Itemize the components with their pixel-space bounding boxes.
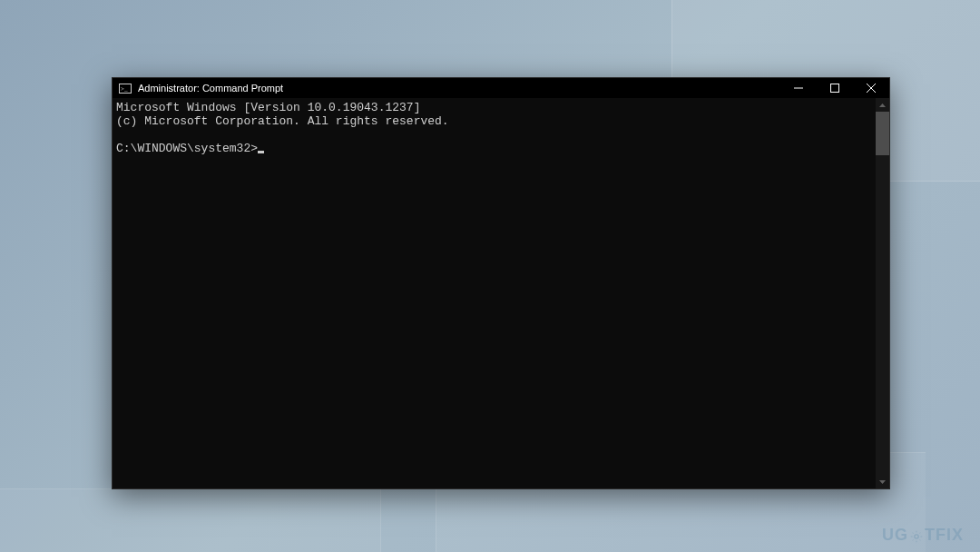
vertical-scrollbar[interactable] bbox=[876, 98, 889, 488]
titlebar[interactable]: >_ Administrator: Command Prompt bbox=[113, 78, 889, 98]
watermark-text-1: UG bbox=[882, 526, 908, 545]
output-line: (c) Microsoft Corporation. All rights re… bbox=[116, 114, 449, 128]
svg-text:>_: >_ bbox=[121, 85, 128, 93]
svg-marker-6 bbox=[879, 104, 886, 107]
svg-rect-3 bbox=[831, 84, 839, 93]
gear-icon bbox=[909, 529, 924, 544]
scroll-up-arrow-icon[interactable] bbox=[876, 98, 889, 112]
window-title: Administrator: Command Prompt bbox=[138, 78, 780, 98]
svg-point-8 bbox=[915, 534, 918, 537]
maximize-button[interactable] bbox=[817, 78, 853, 98]
close-button[interactable] bbox=[853, 78, 889, 98]
minimize-button[interactable] bbox=[780, 78, 817, 98]
terminal-body: Microsoft Windows [Version 10.0.19043.12… bbox=[113, 98, 889, 488]
svg-marker-7 bbox=[879, 480, 886, 484]
scroll-down-arrow-icon[interactable] bbox=[876, 475, 889, 488]
terminal-output[interactable]: Microsoft Windows [Version 10.0.19043.12… bbox=[113, 98, 876, 488]
watermark: UG TFIX bbox=[882, 526, 964, 545]
cmd-icon: >_ bbox=[118, 82, 132, 94]
scroll-track[interactable] bbox=[876, 112, 889, 475]
scroll-thumb[interactable] bbox=[876, 112, 889, 155]
background-panel bbox=[0, 488, 381, 552]
watermark-text-2: TFIX bbox=[925, 526, 964, 545]
cursor bbox=[258, 151, 264, 153]
window-controls bbox=[780, 78, 889, 98]
output-line: Microsoft Windows [Version 10.0.19043.12… bbox=[116, 101, 420, 114]
command-prompt-window: >_ Administrator: Command Prompt Microso… bbox=[112, 77, 890, 489]
prompt: C:\WINDOWS\system32> bbox=[116, 142, 258, 155]
